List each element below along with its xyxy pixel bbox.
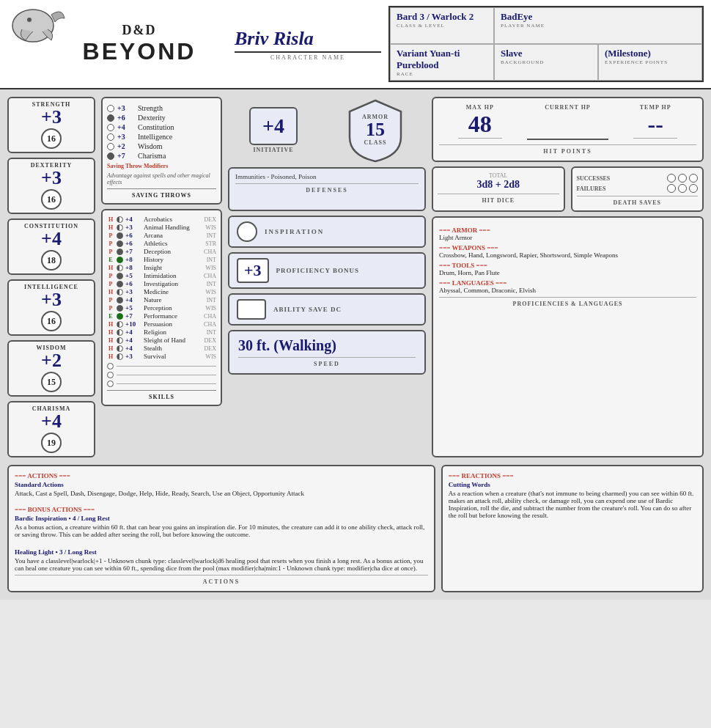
languages-head: === LANGUAGES === <box>439 279 696 287</box>
skill-name-arcana: Arcana <box>144 232 163 239</box>
player-name-value: BadEye <box>501 11 696 23</box>
experience-cell: (Milestone) EXPERIENCE POINTS <box>598 44 702 81</box>
proficiency-bonus-box: +3 PROFICIENCY BONUS <box>228 252 426 289</box>
constitution-box: CONSTITUTION +4 18 <box>7 218 95 275</box>
skill-row-perception: P +5 Perception WIS <box>107 304 216 312</box>
inspiration-circle[interactable] <box>237 221 257 242</box>
save-name-dexterity: Dexterity <box>138 114 166 122</box>
skill-attr-sleight: DEX <box>205 337 216 344</box>
hit-points-label: HIT POINTS <box>439 144 696 155</box>
skill-letter-investigation: P <box>107 281 114 287</box>
hit-dice-value: 3d8 + 2d8 <box>438 179 559 191</box>
skill-mod-acrobatics: +4 <box>125 216 141 223</box>
save-circle-dexterity <box>107 114 114 122</box>
skill-row-arcana: P +6 Arcana INT <box>107 232 216 239</box>
skill-attr-religion: INT <box>207 329 216 336</box>
speed-box: 30 ft. (Walking) SPEED <box>228 330 426 375</box>
ability-save-dc-box: ABILITY SAVE DC <box>228 293 426 326</box>
skill-circle-stealth <box>117 345 123 352</box>
skill-name-religion: Religion <box>144 328 166 336</box>
failure-circle-2[interactable] <box>678 184 687 193</box>
armor-shield: ARMOR 15 CLASS <box>346 97 405 163</box>
skill-attr-investigation: INT <box>207 281 216 287</box>
tools-head: === TOOLS === <box>439 262 696 269</box>
constitution-modifier: +4 <box>10 229 92 249</box>
beyond-logo-text: BEYOND <box>83 38 196 65</box>
class-level-value: Bard 3 / Warlock 2 <box>397 11 487 23</box>
skill-name-intimidation: Intimidation <box>144 272 177 279</box>
skill-row-insight: H +8 Insight WIS <box>107 264 216 271</box>
speed-label: SPEED <box>238 357 416 367</box>
skill-mod-performance: +7 <box>125 312 141 320</box>
save-mod-intelligence: +3 <box>117 133 135 141</box>
saving-throws-box: +3 Strength +6 Dexterity +4 Constitution… <box>101 97 222 205</box>
skill-mod-deception: +7 <box>125 248 141 255</box>
skill-row-animal-handling: H +3 Animal Handling WIS <box>107 224 216 231</box>
save-name-wisdom: Wisdom <box>138 142 163 150</box>
saving-throws-note: Advantage against spells and other magic… <box>107 172 216 185</box>
skill-letter-animal-handling: H <box>107 224 114 231</box>
experience-label: EXPERIENCE POINTS <box>605 59 696 65</box>
strength-modifier: +3 <box>10 108 92 127</box>
cutting-words-label: Cutting Words <box>449 481 490 488</box>
skill-row-performance: E +7 Performance CHA <box>107 312 216 320</box>
ability-save-dc-value-box[interactable] <box>237 299 266 320</box>
skill-circle-athletics <box>117 240 123 247</box>
skill-letter-religion: H <box>107 329 114 336</box>
initiative-label: INITIATIVE <box>253 147 293 153</box>
cutting-words-text: As a reaction when a creature (that's no… <box>449 490 696 519</box>
standard-actions-label: Standard Actions <box>15 481 64 488</box>
skill-circle-history <box>117 257 123 263</box>
failure-circle-1[interactable] <box>667 184 676 193</box>
success-circle-1[interactable] <box>667 174 676 183</box>
save-row-constitution: +4 Constitution <box>107 123 216 131</box>
initiative-value: +4 <box>262 114 284 138</box>
death-saves-box: SUCCESSES FAILURES <box>571 166 704 212</box>
save-mod-dexterity: +6 <box>117 114 135 122</box>
skill-circle-performance <box>117 313 123 320</box>
skill-row-nature: P +4 Nature INT <box>107 296 216 304</box>
current-hp-value[interactable] <box>527 111 609 140</box>
skill-letter-survival: H <box>107 353 114 360</box>
skill-mod-intimidation: +5 <box>125 272 141 279</box>
inspiration-label: INSPIRATION <box>265 228 324 235</box>
save-circle-wisdom <box>107 143 114 150</box>
healing-light-label: Healing Light • 3 / Long Rest <box>15 548 97 556</box>
save-mod-constitution: +4 <box>117 123 135 131</box>
character-name: Briv Risla <box>235 28 381 53</box>
dexterity-score: 16 <box>41 189 62 210</box>
dragon-icon <box>7 4 66 48</box>
charisma-modifier: +4 <box>10 412 92 431</box>
skill-name-history: History <box>144 256 163 263</box>
skill-circle-deception <box>117 249 123 255</box>
skill-name-performance: Performance <box>144 312 177 320</box>
success-circle-2[interactable] <box>678 174 687 183</box>
defenses-label: DEFENSES <box>235 183 419 194</box>
skill-circle-acrobatics <box>117 216 123 223</box>
dexterity-modifier: +3 <box>10 169 92 188</box>
skill-mod-persuasion: +10 <box>125 320 141 328</box>
skill-name-animal-handling: Animal Handling <box>144 224 190 231</box>
max-hp-cell: Max HP 48 <box>439 104 521 140</box>
skill-name-nature: Nature <box>144 296 162 304</box>
success-circle-3[interactable] <box>689 174 698 183</box>
race-label: RACE <box>397 71 487 77</box>
skill-attr-stealth: DEX <box>205 345 216 352</box>
failure-circle-3[interactable] <box>689 184 698 193</box>
save-circle-strength <box>107 105 114 112</box>
proficiency-bonus-value: +3 <box>237 258 269 283</box>
strength-score: 16 <box>41 128 62 149</box>
proficiency-bonus-label: PROFICIENCY BONUS <box>276 267 359 274</box>
skill-mod-perception: +5 <box>125 304 141 312</box>
skill-name-athletics: Athletics <box>144 240 168 247</box>
skill-attr-animal-handling: WIS <box>205 224 216 231</box>
skill-name-investigation: Investigation <box>144 280 178 287</box>
blank-line-2 <box>117 375 216 375</box>
skill-mod-sleight: +4 <box>125 337 141 344</box>
skill-name-survival: Survival <box>144 353 166 360</box>
save-name-intelligence: Intelligence <box>138 133 172 141</box>
actions-head: === ACTIONS === <box>15 472 428 479</box>
skill-name-deception: Deception <box>144 248 171 255</box>
page: D&D BEYOND Briv Risla CHARACTER NAME Bar… <box>0 0 711 600</box>
blank-line-1 <box>117 366 216 367</box>
